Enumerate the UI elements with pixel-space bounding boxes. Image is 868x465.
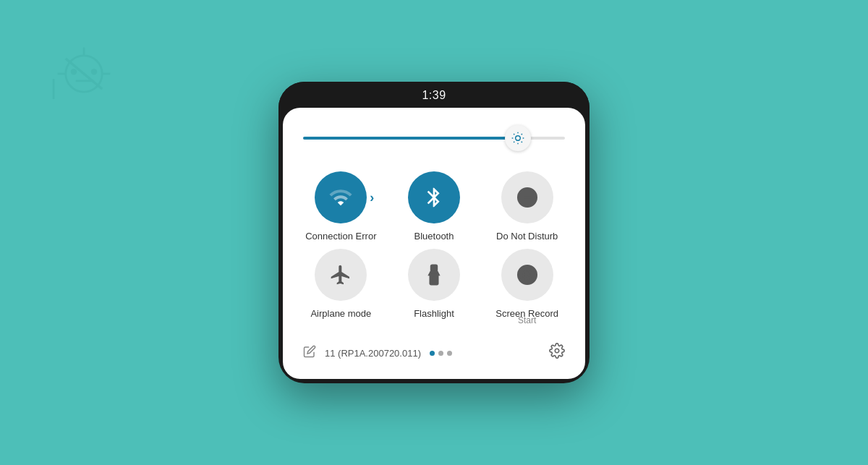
screen-record-sublabel: Start xyxy=(518,315,536,325)
brightness-slider[interactable] xyxy=(303,125,565,151)
brightness-icon xyxy=(511,131,525,145)
svg-point-67 xyxy=(555,349,559,354)
wifi-circle[interactable]: › xyxy=(315,171,367,223)
dnd-circle[interactable] xyxy=(501,171,553,223)
bluetooth-icon xyxy=(422,186,446,209)
airplane-toggle[interactable]: Airplane mode xyxy=(297,249,385,326)
brightness-thumb[interactable] xyxy=(505,125,531,151)
svg-point-5 xyxy=(71,69,77,74)
svg-rect-61 xyxy=(431,265,437,270)
bluetooth-label: Bluetooth xyxy=(414,231,454,243)
slider-fill xyxy=(303,137,518,140)
dot-2 xyxy=(438,351,443,356)
phone-frame: 1:39 xyxy=(278,82,590,384)
status-bar: 1:39 xyxy=(278,82,590,108)
svg-line-55 xyxy=(514,134,514,135)
screen-record-toggle[interactable]: Screen Record Start xyxy=(483,249,571,326)
svg-point-0 xyxy=(66,56,102,92)
airplane-circle[interactable] xyxy=(315,249,367,301)
flashlight-label: Flashlight xyxy=(414,308,454,320)
airplane-label: Airplane mode xyxy=(310,308,371,320)
svg-line-57 xyxy=(514,141,514,142)
footer-row: 11 (RP1A.200720.011) xyxy=(297,340,571,364)
footer-left: 11 (RP1A.200720.011) xyxy=(303,345,452,362)
svg-point-66 xyxy=(526,273,529,276)
wifi-icon xyxy=(328,185,353,210)
svg-line-56 xyxy=(522,141,522,142)
quick-settings-panel: › Connection Error Bluetooth xyxy=(283,108,585,380)
page-dots xyxy=(430,351,452,356)
wifi-label: Connection Error xyxy=(305,231,376,243)
svg-point-6 xyxy=(91,69,97,74)
settings-icon[interactable] xyxy=(549,343,565,363)
screen-record-circle[interactable] xyxy=(501,249,553,301)
screen-record-icon xyxy=(515,263,540,287)
do-not-disturb-icon xyxy=(515,185,540,210)
flashlight-toggle[interactable]: Flashlight xyxy=(391,249,478,326)
toggle-grid: › Connection Error Bluetooth xyxy=(297,171,571,326)
flashlight-icon xyxy=(422,263,446,286)
wifi-toggle[interactable]: › Connection Error xyxy=(297,171,385,243)
build-info: 11 (RP1A.200720.011) xyxy=(325,348,421,359)
time-display: 1:39 xyxy=(422,89,446,102)
dnd-toggle[interactable]: Do Not Disturb xyxy=(483,171,571,243)
dot-1 xyxy=(430,351,435,356)
bluetooth-circle[interactable] xyxy=(408,171,460,223)
svg-line-58 xyxy=(522,134,522,135)
dot-3 xyxy=(447,351,452,356)
dnd-label: Do Not Disturb xyxy=(496,231,558,243)
connection-arrow: › xyxy=(370,189,374,205)
airplane-icon xyxy=(329,263,352,286)
brightness-row xyxy=(297,125,571,151)
flashlight-circle[interactable] xyxy=(408,249,460,301)
edit-icon[interactable] xyxy=(303,345,316,362)
bluetooth-toggle[interactable]: Bluetooth xyxy=(391,171,478,243)
svg-point-50 xyxy=(515,135,520,140)
svg-line-8 xyxy=(66,59,102,89)
